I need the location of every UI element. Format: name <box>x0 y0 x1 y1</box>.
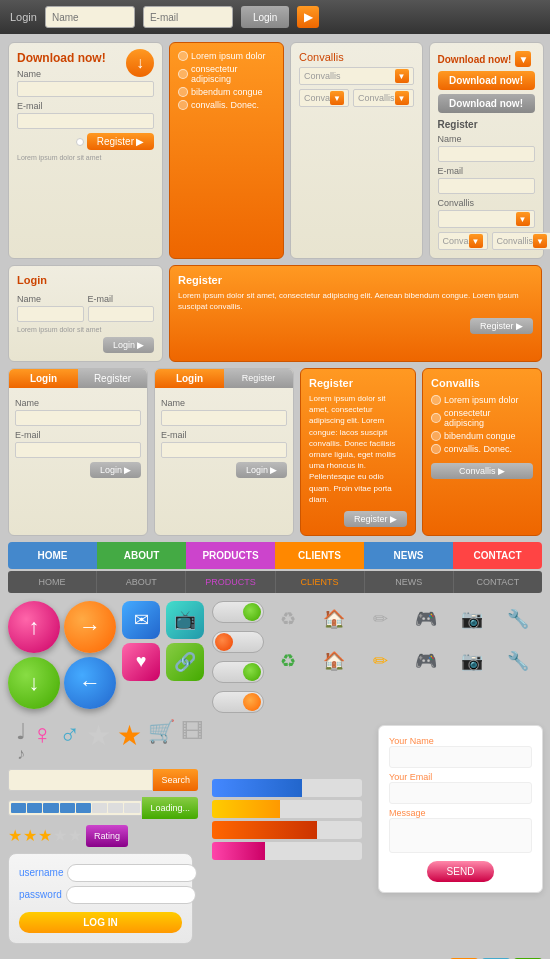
dropdown-arrow-icon: ▼ <box>395 69 409 83</box>
progress-bg <box>302 779 362 797</box>
send-button[interactable]: SEND <box>427 861 495 882</box>
right-arrow-icon[interactable]: → <box>64 601 116 653</box>
gamepad-icon: 🎮 <box>408 601 444 637</box>
login-tab-button2[interactable]: Login ▶ <box>236 462 287 478</box>
email-field[interactable] <box>15 442 141 458</box>
download-now-button[interactable]: Download now! <box>438 71 535 90</box>
lorem-text: Lorem ipsum dolor sit amet <box>17 154 154 161</box>
seg5 <box>76 803 91 813</box>
tab-login[interactable]: Login <box>9 369 78 388</box>
toggle-1[interactable] <box>212 601 264 623</box>
name-field[interactable] <box>17 81 154 97</box>
nav2-news[interactable]: NEWS <box>365 571 454 593</box>
password-input[interactable] <box>66 886 196 904</box>
username-input[interactable] <box>67 864 197 882</box>
nav-clients[interactable]: CLIENTS <box>275 542 364 569</box>
bottom-row: ▶ ⏸ ⏹ ⏮ ⏭ ⊞ ▦ ⊟ <box>8 950 542 959</box>
tab-register2[interactable]: Register <box>224 369 293 388</box>
login-submit-button[interactable]: Login ▶ <box>103 337 154 353</box>
email-field2[interactable] <box>161 442 287 458</box>
email-input[interactable] <box>88 306 155 322</box>
email-label: E-mail <box>88 294 155 304</box>
purple-gamepad-icon: 🎮 <box>408 643 444 679</box>
progress-bar-2 <box>212 800 362 818</box>
toggle-3[interactable] <box>212 661 264 683</box>
convallis-select2[interactable]: Convallis ▼ <box>492 232 550 250</box>
search-input[interactable] <box>8 769 153 791</box>
yellow-pencil-icon: ✏ <box>362 643 398 679</box>
nav2-about[interactable]: ABOUT <box>97 571 186 593</box>
nav-contact[interactable]: CONTACT <box>453 542 542 569</box>
nav-about[interactable]: ABOUT <box>97 542 186 569</box>
star2[interactable]: ★ <box>23 826 37 845</box>
name-field[interactable] <box>15 410 141 426</box>
email-field[interactable] <box>17 113 154 129</box>
conva-select[interactable]: Conva ▼ <box>438 232 488 250</box>
down-arrow-icon[interactable]: ↓ <box>8 657 60 709</box>
nav2-contact[interactable]: CONTACT <box>454 571 542 593</box>
login-button[interactable]: Login <box>241 6 289 28</box>
radio-button[interactable] <box>76 138 84 146</box>
pencil-icon: ✏ <box>362 601 398 637</box>
convallis-label: Convallis <box>438 198 535 208</box>
search-button[interactable]: Search <box>153 769 198 791</box>
nav-bar-2: HOME ABOUT PRODUCTS CLIENTS NEWS CONTACT <box>8 571 542 593</box>
up-arrow-icon[interactable]: ↑ <box>8 601 60 653</box>
name-input[interactable] <box>45 6 135 28</box>
star5[interactable]: ★ <box>68 826 82 845</box>
register-button[interactable]: Register ▶ <box>87 133 154 150</box>
register-title: Register <box>178 274 533 286</box>
email-input[interactable] <box>143 6 233 28</box>
list-text: bibendum congue <box>191 87 263 97</box>
select1[interactable]: Convallis ▼ <box>299 67 414 85</box>
username-label: username <box>19 867 63 878</box>
convallis-button[interactable]: Convallis ▶ <box>431 463 533 479</box>
list-text: convallis. Donec. <box>444 444 512 454</box>
orange-list-widget: Lorem ipsum dolor consectetur adipiscing… <box>169 42 284 259</box>
nav2-home[interactable]: HOME <box>8 571 97 593</box>
heart-icon[interactable]: ♥ <box>122 643 160 681</box>
toggle-4[interactable] <box>212 691 264 713</box>
link-icon[interactable]: 🔗 <box>166 643 204 681</box>
bottom-controls: ♩ ♪ ♀ ♂ ★ ★ 🛒 🎞 Search <box>8 719 542 944</box>
name-input[interactable] <box>17 306 84 322</box>
login-tab-button[interactable]: Login ▶ <box>90 462 141 478</box>
nav-products[interactable]: PRODUCTS <box>186 542 275 569</box>
star1[interactable]: ★ <box>8 826 22 845</box>
tab-register[interactable]: Register <box>78 369 147 388</box>
person-icon-pink: ♀ <box>32 719 53 763</box>
download-gray-button[interactable]: Download now! <box>438 94 535 113</box>
nav2-products[interactable]: PRODUCTS <box>186 571 275 593</box>
progress-bg <box>317 821 362 839</box>
select-small1[interactable]: Conva ▼ <box>299 89 349 107</box>
register-body2: Lorem ipsum dolor sit amet, consectetur … <box>309 393 407 505</box>
contact-email-input[interactable] <box>389 782 532 804</box>
tv-icon[interactable]: 📺 <box>166 601 204 639</box>
progress-fill <box>212 821 317 839</box>
convallis-select[interactable]: ▼ <box>438 210 535 228</box>
login-register-tabs: Login Register Name E-mail Login ▶ <box>8 368 148 536</box>
nav2-clients[interactable]: CLIENTS <box>276 571 365 593</box>
star4[interactable]: ★ <box>53 826 67 845</box>
nav-home[interactable]: HOME <box>8 542 97 569</box>
toggle-2[interactable] <box>212 631 264 653</box>
left-arrow-icon[interactable]: ← <box>64 657 116 709</box>
list-text: bibendum congue <box>444 431 516 441</box>
register-button2[interactable]: Register ▶ <box>344 511 407 527</box>
tab-login2[interactable]: Login <box>155 369 224 388</box>
register-submit-button[interactable]: Register ▶ <box>470 318 533 334</box>
radio-dot <box>431 444 441 454</box>
arrow-button[interactable]: ▶ <box>297 6 319 28</box>
name-reg-field[interactable] <box>438 146 535 162</box>
select-small2[interactable]: Convallis ▼ <box>353 89 414 107</box>
your-name-label: Your Name <box>389 736 532 746</box>
contact-name-input[interactable] <box>389 746 532 768</box>
email-icon[interactable]: ✉ <box>122 601 160 639</box>
star3[interactable]: ★ <box>38 826 52 845</box>
name-field2[interactable] <box>161 410 287 426</box>
contact-message-input[interactable] <box>389 818 532 853</box>
email-reg-field[interactable] <box>438 178 535 194</box>
login-submit-button[interactable]: LOG IN <box>19 912 182 933</box>
nav-news[interactable]: NEWS <box>364 542 453 569</box>
progress-fill <box>212 779 302 797</box>
